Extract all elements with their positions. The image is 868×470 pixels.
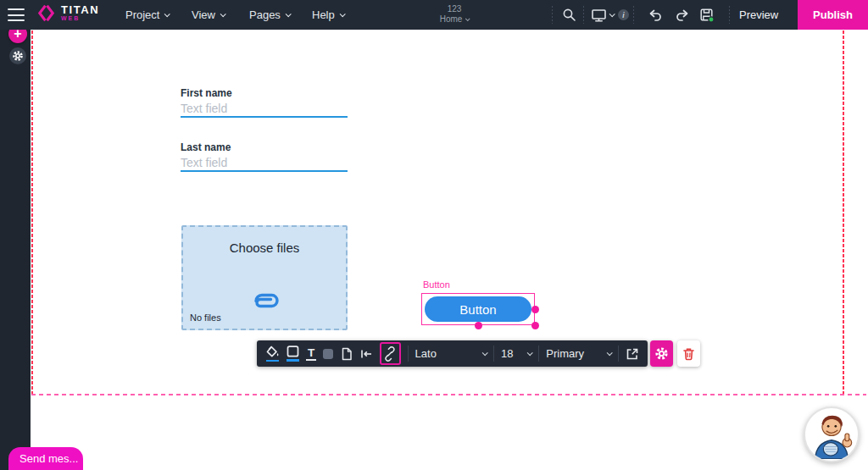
logo-subtitle: WEB <box>61 15 99 22</box>
font-size-dropdown[interactable]: 18 <box>501 347 531 360</box>
text-icon: T <box>308 347 314 358</box>
info-icon: i <box>622 11 624 19</box>
menu-project-label: Project <box>125 8 159 21</box>
menu-pages-label: Pages <box>249 8 281 21</box>
chevron-down-icon <box>220 11 226 17</box>
device-preview-selector[interactable] <box>591 4 621 25</box>
mascot-illustration <box>807 410 856 459</box>
resize-handle-corner[interactable] <box>531 322 539 329</box>
open-external-button[interactable] <box>626 347 639 361</box>
delete-element-button[interactable] <box>677 340 700 367</box>
preview-button[interactable]: Preview <box>734 0 783 30</box>
search-icon <box>562 8 576 22</box>
text-color-button[interactable]: T <box>306 347 316 361</box>
titan-logo[interactable]: TITAN WEB <box>37 4 99 22</box>
resize-handle-bottom[interactable] <box>475 322 482 329</box>
support-avatar[interactable] <box>804 406 860 462</box>
link-icon <box>382 346 398 362</box>
paint-bucket-icon <box>265 346 280 358</box>
page-bound-bottom <box>31 394 866 395</box>
project-name: 123 <box>448 3 462 14</box>
resize-handle-right[interactable] <box>531 306 539 313</box>
toolbar-divider <box>408 346 409 362</box>
file-icon <box>340 347 353 361</box>
chevron-down-icon <box>607 350 613 356</box>
topbar-divider <box>552 6 553 24</box>
menu-project[interactable]: Project <box>125 0 169 30</box>
canvas-button-element[interactable]: Button <box>425 296 531 322</box>
fill-color-swatch <box>266 360 279 362</box>
info-badge[interactable]: i <box>618 9 629 20</box>
border-icon <box>287 346 299 357</box>
field-underline <box>181 170 348 172</box>
font-family-dropdown[interactable]: Lato <box>415 347 487 360</box>
menu-help[interactable]: Help <box>312 0 344 30</box>
redo-icon <box>675 8 690 22</box>
last-name-field[interactable]: Text field <box>181 156 348 172</box>
topbar-divider <box>583 6 584 24</box>
monitor-icon <box>591 8 607 23</box>
undo-button[interactable] <box>644 4 666 25</box>
shadow-swatch-button[interactable] <box>323 349 333 359</box>
chevron-down-icon <box>339 11 345 17</box>
chevron-down-icon <box>609 11 615 17</box>
style-dropdown[interactable]: Primary <box>546 347 611 360</box>
border-color-swatch <box>287 359 299 362</box>
file-upload-dropzone[interactable]: Choose files No files <box>181 225 348 330</box>
chevron-down-icon <box>164 11 170 17</box>
external-link-icon <box>626 347 639 361</box>
field-underline <box>181 116 348 118</box>
save-icon <box>699 8 715 23</box>
send-message-button[interactable]: Send mes... <box>8 447 83 470</box>
gear-icon <box>654 346 669 361</box>
logo-text: TITAN WEB <box>61 4 99 22</box>
last-name-label: Last name <box>181 141 231 153</box>
sidebar-settings-button[interactable] <box>9 47 26 64</box>
save-button[interactable] <box>696 4 718 25</box>
undo-icon <box>648 8 663 22</box>
selection-box[interactable]: Button <box>421 293 535 325</box>
chevron-down-icon <box>527 350 533 356</box>
text-color-swatch <box>306 359 316 361</box>
trash-icon <box>682 347 695 361</box>
titan-logo-icon <box>37 4 55 22</box>
redo-button[interactable] <box>671 4 693 25</box>
menu-view-label: View <box>192 8 215 21</box>
page-selector[interactable]: Home <box>440 14 470 24</box>
page-bound-left <box>31 30 33 395</box>
page-style-button[interactable] <box>340 347 353 361</box>
element-settings-button[interactable] <box>650 340 673 367</box>
selection-tag: Button <box>423 279 450 290</box>
toolbar-divider <box>493 346 494 362</box>
toolbar-divider <box>618 346 619 362</box>
chevron-down-icon <box>465 16 470 21</box>
paperclip-icon <box>249 291 280 311</box>
format-toolbar: T Lato <box>257 340 648 367</box>
search-button[interactable] <box>558 4 580 25</box>
font-family-value: Lato <box>415 347 437 360</box>
page-bound-right <box>843 30 844 395</box>
breadcrumb: 123 Home <box>424 3 485 24</box>
menu-pages[interactable]: Pages <box>249 0 290 30</box>
link-button-active[interactable] <box>380 342 401 365</box>
menu-view[interactable]: View <box>192 0 225 30</box>
left-sidebar <box>0 30 31 470</box>
publish-button[interactable]: Publish <box>798 0 868 30</box>
upload-title: Choose files <box>226 241 303 257</box>
font-size-value: 18 <box>501 347 513 360</box>
topbar-divider <box>729 6 730 24</box>
first-name-field[interactable]: Text field <box>181 102 348 118</box>
align-button[interactable] <box>359 348 373 360</box>
chevron-down-icon <box>482 350 488 356</box>
toolbar-divider <box>538 346 539 362</box>
align-left-icon <box>359 348 373 360</box>
hamburger-menu-icon[interactable] <box>8 8 25 21</box>
first-name-placeholder: Text field <box>181 102 348 115</box>
gear-icon <box>12 50 24 62</box>
fill-color-button[interactable] <box>265 346 280 362</box>
top-bar: TITAN WEB Project View Pages Help 123 Ho… <box>0 0 868 30</box>
border-color-button[interactable] <box>287 346 299 362</box>
menu-help-label: Help <box>312 8 335 21</box>
page-selector-label: Home <box>440 14 463 24</box>
logo-title: TITAN <box>61 4 99 15</box>
